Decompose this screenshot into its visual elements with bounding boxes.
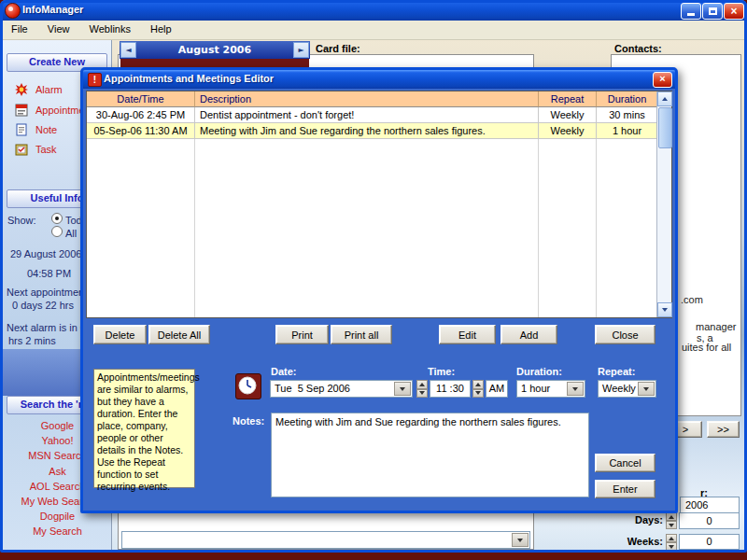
duration-combo[interactable]: 1 hour <box>516 380 585 398</box>
screen: Create New Alarm Appointment Note Task U… <box>0 0 747 560</box>
dialog-icon: ! <box>88 73 102 87</box>
ampm-value: AM <box>486 383 507 394</box>
print-all-button[interactable]: Print all <box>331 325 392 344</box>
scrollbar-thumb[interactable] <box>658 107 672 148</box>
table-header-row: Date/Time Description Repeat Duration <box>87 91 671 107</box>
cell-description: Dentist appointment - don't forget! <box>195 107 539 123</box>
duration-value: 1 hour <box>521 383 550 394</box>
scroll-up-icon[interactable] <box>657 91 672 106</box>
stepper-down-icon[interactable] <box>416 389 428 399</box>
grid-line <box>538 139 539 317</box>
date-label: Date: <box>271 366 297 377</box>
notes-label: Notes: <box>233 415 264 427</box>
time-field[interactable]: 11 :30 <box>430 380 471 398</box>
clock-icon <box>235 373 261 399</box>
header-repeat[interactable]: Repeat <box>539 91 597 107</box>
header-description[interactable]: Description <box>195 91 539 107</box>
table-row-selected[interactable]: 05-Sep-06 11:30 AM Meeting with Jim and … <box>87 123 671 139</box>
date-value: Tue 5 Sep 2006 <box>275 383 350 394</box>
dialog-titlebar[interactable]: ! Appointments and Meetings Editor × <box>83 70 675 89</box>
time-label: Time: <box>428 366 455 377</box>
duration-label: Duration: <box>516 366 562 377</box>
dialog-close-button[interactable]: × <box>653 72 672 88</box>
time-value: 11 :30 <box>430 383 470 394</box>
delete-button[interactable]: Delete <box>93 325 147 344</box>
add-button[interactable]: Add <box>500 325 557 344</box>
cell-duration: 1 hour <box>597 123 658 139</box>
time-minute-stepper[interactable] <box>472 380 484 398</box>
grid-line <box>194 139 195 317</box>
cell-datetime: 30-Aug-06 2:45 PM <box>87 107 195 123</box>
table-row[interactable]: 30-Aug-06 2:45 PM Dentist appointment - … <box>87 107 671 123</box>
cancel-button[interactable]: Cancel <box>595 454 655 472</box>
enter-button[interactable]: Enter <box>595 480 655 498</box>
ampm-toggle[interactable]: AM <box>486 380 508 398</box>
cell-duration: 30 mins <box>597 107 658 123</box>
edit-button[interactable]: Edit <box>439 325 496 344</box>
combo-dropdown-button[interactable] <box>394 382 411 396</box>
close-icon: × <box>659 73 665 84</box>
repeat-combo[interactable]: Weekly <box>598 380 656 398</box>
help-text-box: Appointments/meetings are similar to ala… <box>93 369 195 488</box>
header-duration[interactable]: Duration <box>597 91 658 107</box>
header-datetime[interactable]: Date/Time <box>87 91 195 107</box>
delete-all-button[interactable]: Delete All <box>148 325 210 344</box>
print-button[interactable]: Print <box>275 325 329 344</box>
stepper-up-icon[interactable] <box>472 380 484 389</box>
appointments-table: Date/Time Description Repeat Duration 30… <box>86 91 672 318</box>
combo-dropdown-button[interactable] <box>567 382 584 396</box>
cell-datetime: 05-Sep-06 11:30 AM <box>87 123 195 139</box>
notes-textarea[interactable]: Meeting with Jim and Sue regarding the n… <box>271 413 589 497</box>
repeat-value: Weekly <box>602 383 636 394</box>
cell-repeat: Weekly <box>539 107 597 123</box>
table-scrollbar[interactable] <box>656 91 671 317</box>
cell-repeat: Weekly <box>539 123 597 139</box>
stepper-down-icon[interactable] <box>472 389 484 399</box>
time-hour-stepper[interactable] <box>416 380 428 398</box>
stepper-up-icon[interactable] <box>416 380 428 389</box>
combo-dropdown-button[interactable] <box>638 382 655 396</box>
grid-line <box>596 139 597 317</box>
repeat-label: Repeat: <box>598 366 635 377</box>
scroll-down-icon[interactable] <box>657 302 672 317</box>
cell-description: Meeting with Jim and Sue regarding the n… <box>195 123 539 139</box>
dialog-body: Date/Time Description Repeat Duration 30… <box>83 89 675 511</box>
appointments-dialog: ! Appointments and Meetings Editor × Dat… <box>80 67 678 513</box>
dialog-title: Appointments and Meetings Editor <box>104 73 274 84</box>
close-dialog-button[interactable]: Close <box>595 325 655 344</box>
date-combo[interactable]: Tue 5 Sep 2006 <box>270 380 413 398</box>
